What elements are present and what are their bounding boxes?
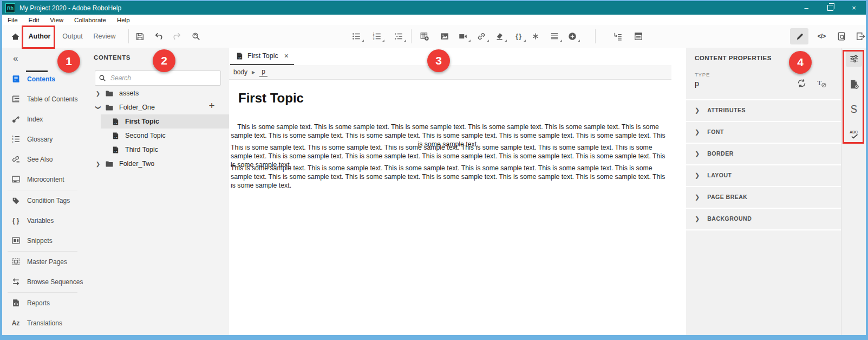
- bullet-list-icon: [351, 31, 362, 42]
- annotation-rect-right-strip: [843, 50, 864, 144]
- edit-view-button[interactable]: [788, 25, 810, 48]
- section-border[interactable]: ❯ BORDER: [686, 143, 841, 163]
- clear-type-icon[interactable]: T: [816, 78, 827, 88]
- braces-icon: { }: [513, 31, 524, 42]
- find-replace-button[interactable]: [188, 25, 204, 48]
- minimize-button[interactable]: –: [794, 1, 818, 15]
- restore-icon: [827, 5, 833, 11]
- section-layout[interactable]: ❯ LAYOUT: [686, 164, 841, 185]
- tab-output[interactable]: Output: [57, 25, 88, 48]
- topic-file-icon: CH: [110, 116, 121, 127]
- sidebar-item-microcontent[interactable]: Microcontent: [2, 169, 83, 189]
- insert-image-button[interactable]: [437, 25, 452, 48]
- tab-review[interactable]: Review: [89, 25, 120, 48]
- numbered-list-button[interactable]: 123: [369, 25, 384, 48]
- section-label: BACKGROUND: [707, 215, 752, 222]
- multilevel-list-button[interactable]: [391, 25, 406, 48]
- topic-toc-placement-button[interactable]: [610, 25, 625, 48]
- annotation-badge-3: 3: [427, 49, 450, 72]
- sidebar-item-variables[interactable]: { } Variables: [2, 210, 83, 230]
- sidebar-item-see-also[interactable]: See Also: [2, 149, 83, 169]
- home-icon: [10, 31, 21, 42]
- eraser-icon: [494, 31, 505, 42]
- sidebar-item-snippets[interactable]: Snippets: [2, 230, 83, 251]
- document-tab-first-topic[interactable]: CH First Topic ×: [230, 48, 294, 65]
- insert-snippet-button[interactable]: [547, 25, 562, 48]
- tree-item-second-topic[interactable]: CH Second Topic: [83, 129, 229, 143]
- tree-item-assets[interactable]: ❯ assets: [83, 86, 229, 100]
- sidebar-item-browse-sequences[interactable]: Browse Sequences: [2, 272, 83, 292]
- menu-edit[interactable]: Edit: [23, 17, 45, 23]
- section-label: ATTRIBUTES: [707, 107, 746, 113]
- link-icon: [476, 31, 487, 42]
- sidebar-item-label: Reports: [27, 299, 50, 307]
- svg-text:c: c: [12, 140, 14, 143]
- sidebar-item-glossary[interactable]: abc Glossary: [2, 129, 83, 149]
- search-input[interactable]: [109, 74, 204, 82]
- topic-properties-button[interactable]: [631, 25, 646, 48]
- section-font[interactable]: ❯ FONT: [686, 121, 841, 142]
- topic-heading[interactable]: First Topic: [238, 91, 304, 106]
- insert-image-icon: [439, 31, 450, 42]
- tree-item-first-topic[interactable]: CH First Topic: [101, 114, 229, 129]
- menu-file[interactable]: File: [2, 17, 23, 23]
- numbered-list-icon: 123: [371, 31, 382, 42]
- chevron-down-icon[interactable]: ❯: [95, 105, 101, 110]
- browse-sequences-icon: [11, 277, 21, 287]
- insert-variable-button[interactable]: { }: [511, 25, 526, 48]
- menu-help[interactable]: Help: [112, 17, 135, 23]
- chevron-right-icon[interactable]: ❯: [95, 91, 101, 97]
- chevron-right-icon: ❯: [695, 107, 700, 114]
- breadcrumb-p[interactable]: p: [259, 68, 267, 77]
- close-tab-icon[interactable]: ×: [284, 52, 289, 60]
- clear-formatting-button[interactable]: [492, 25, 507, 48]
- chevron-right-icon: ❯: [695, 194, 700, 201]
- author-tab-underline: [26, 70, 48, 72]
- undo-button[interactable]: [151, 25, 166, 48]
- sidebar-item-label: Glossary: [27, 136, 53, 143]
- sidebar-item-label: Snippets: [27, 237, 53, 245]
- tree-item-folder-two[interactable]: ❯ Folder_Two: [83, 157, 229, 171]
- plus-circle-icon: [567, 31, 578, 42]
- document-outline-icon: [633, 31, 644, 42]
- bullet-list-button[interactable]: [349, 25, 364, 48]
- section-label: BORDER: [707, 150, 734, 157]
- sidebar-item-master-pages[interactable]: Master Pages: [2, 252, 83, 272]
- close-button[interactable]: ×: [842, 1, 866, 15]
- annotation-badge-1: 1: [57, 50, 80, 73]
- source-view-button[interactable]: </>: [813, 25, 830, 48]
- chevron-right-icon: ❯: [695, 150, 700, 157]
- insert-more-button[interactable]: [565, 25, 580, 48]
- breadcrumb-body[interactable]: body: [233, 68, 247, 76]
- sidebar-item-label: Browse Sequences: [27, 278, 83, 286]
- menu-view[interactable]: View: [44, 17, 69, 23]
- section-page-break[interactable]: ❯ PAGE BREAK: [686, 186, 841, 207]
- tree-item-folder-one[interactable]: ❯ Folder_One: [83, 100, 229, 114]
- insert-video-button[interactable]: [455, 25, 471, 48]
- braces-icon: { }: [11, 216, 21, 226]
- menu-collaborate[interactable]: Collaborate: [69, 17, 112, 23]
- sidebar-item-reports[interactable]: Reports: [2, 293, 83, 313]
- insert-table-icon: [419, 31, 430, 42]
- insert-link-button[interactable]: [474, 25, 489, 48]
- preview-button[interactable]: [833, 25, 850, 48]
- section-background[interactable]: ❯ BACKGROUND: [686, 208, 841, 228]
- sidebar-item-index[interactable]: Index: [2, 109, 83, 129]
- code-view-icon: </>: [818, 33, 825, 40]
- sidebar-item-table-of-contents[interactable]: Table of Contents: [2, 89, 83, 109]
- redo-button[interactable]: [169, 25, 185, 48]
- save-icon: [134, 31, 145, 42]
- sidebar-item-condition-tags[interactable]: Condition Tags: [2, 190, 83, 210]
- breadcrumb-arrow-icon: ▶: [252, 70, 255, 75]
- insert-table-button[interactable]: [417, 25, 432, 48]
- refresh-icon[interactable]: [796, 78, 807, 88]
- chevron-right-icon[interactable]: ❯: [95, 161, 101, 167]
- tree-item-third-topic[interactable]: CH Third Topic: [83, 143, 229, 157]
- save-all-button[interactable]: [132, 25, 147, 48]
- properties-panel-title: CONTENT PROPERTIES: [695, 55, 772, 61]
- section-attributes[interactable]: ❯ ATTRIBUTES: [686, 99, 841, 120]
- sidebar-item-translations[interactable]: Az Translations: [2, 313, 83, 333]
- paragraph-3[interactable]: This is some sample text. This is some s…: [231, 164, 665, 190]
- insert-special-character-button[interactable]: [528, 25, 543, 48]
- restore-button[interactable]: [818, 1, 842, 15]
